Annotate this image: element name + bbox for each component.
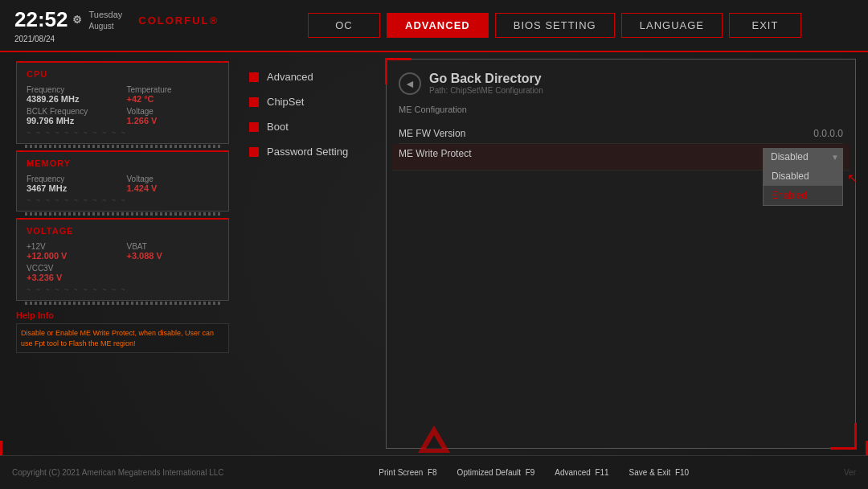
voltage-12v-value: +12.000 V xyxy=(27,251,119,261)
section-title: ME Configuration xyxy=(399,105,843,117)
dropdown-option-enabled[interactable]: Enabled xyxy=(764,186,842,205)
back-arrow-icon: ◄ xyxy=(404,77,416,90)
shortcut-print-screen-label: Print Screen xyxy=(379,468,423,477)
cpu-temperature-label: Temperature xyxy=(127,85,219,94)
shortcut-print-screen-key: F8 xyxy=(428,468,437,477)
menu-item-advanced-label: Advanced xyxy=(267,71,313,83)
advanced-menu-icon xyxy=(249,72,259,82)
config-row-me-write-protect: ME Write Protect Disabled Disabled Enabl… xyxy=(392,144,850,171)
go-back-row: ◄ Go Back Directory Path: ChipSet\ME Con… xyxy=(399,72,843,95)
gear-icon: ⚙ xyxy=(72,14,82,27)
left-panel: CPU Frequency 4389.26 MHz Temperature +4… xyxy=(8,55,237,453)
cpu-temperature-value: +42 °C xyxy=(127,94,219,104)
clock-block: 22:52 ⚙ Tuesday August 2021/08/24 xyxy=(14,6,122,44)
clock-month: August xyxy=(89,21,123,31)
main-content: CPU Frequency 4389.26 MHz Temperature +4… xyxy=(8,55,860,453)
clock-time: 22:52 ⚙ Tuesday August xyxy=(14,6,122,34)
copyright-text: Copyright (C) 2021 American Megatrends I… xyxy=(12,468,223,477)
voltage-12v-label: +12V xyxy=(27,242,119,251)
me-write-protect-label: ME Write Protect xyxy=(399,148,471,159)
cpu-frequency-label: Frequency xyxy=(27,85,119,94)
topbar: 22:52 ⚙ Tuesday August 2021/08/24 COLORF… xyxy=(0,0,868,52)
voltage-card: VOLTAGE +12V +12.000 V VBAT +3.088 V VCC… xyxy=(16,218,229,301)
nav-btn-language[interactable]: LANGUAGE xyxy=(621,13,723,38)
go-back-path: Path: ChipSet\ME Configuration xyxy=(429,86,543,95)
memory-grid: Frequency 3467 MHz Voltage 1.424 V xyxy=(27,175,219,193)
cpu-title: CPU xyxy=(27,69,219,79)
clock-date-value: 2021/08/24 xyxy=(14,35,55,43)
boot-menu-icon xyxy=(249,122,259,132)
me-fw-value: 0.0.0.0 xyxy=(813,128,843,139)
menu-item-boot[interactable]: Boot xyxy=(245,114,374,139)
menu-item-advanced[interactable]: Advanced xyxy=(245,64,374,89)
menu-item-chipset[interactable]: ChipSet xyxy=(245,89,374,114)
bottom-bar: Copyright (C) 2021 American Megatrends I… xyxy=(0,455,868,489)
brand-trademark: ® xyxy=(210,14,219,27)
help-section: Help Info Disable or Enable ME Write Pro… xyxy=(16,310,229,353)
nav-btn-exit[interactable]: EXIT xyxy=(729,13,801,38)
menu-item-chipset-label: ChipSet xyxy=(267,96,304,108)
password-menu-icon xyxy=(249,147,259,157)
cpu-voltage-value: 1.266 V xyxy=(127,116,219,125)
shortcut-optimized-key: F9 xyxy=(526,468,535,477)
nav-btn-advanced[interactable]: ADVANCED xyxy=(387,13,489,38)
me-fw-label: ME FW Version xyxy=(399,128,465,139)
cpu-card-deco: ~ ~ ~ ~ ~ ~ ~ ~ ~ ~ ~ xyxy=(27,129,219,137)
shortcut-optimized-label: Optimized Default xyxy=(457,468,521,477)
chipset-menu-icon xyxy=(249,97,259,107)
nav-buttons: OC ADVANCED BIOS SETTING LANGUAGE EXIT xyxy=(241,13,868,38)
logo-section: 22:52 ⚙ Tuesday August 2021/08/24 COLORF… xyxy=(0,6,241,44)
middle-panel: Advanced ChipSet Boot Password Setting xyxy=(237,55,382,453)
memory-voltage-value: 1.424 V xyxy=(127,183,219,193)
shortcut-save-exit-key: F10 xyxy=(675,468,689,477)
triangle-logo xyxy=(418,425,450,453)
voltage-vbat-value: +3.088 V xyxy=(127,251,219,261)
me-write-protect-dropdown[interactable]: Disabled xyxy=(763,148,843,166)
voltage-title: VOLTAGE xyxy=(27,226,219,236)
cpu-frequency-value: 4389.26 MHz xyxy=(27,94,119,104)
nav-btn-oc[interactable]: OC xyxy=(308,13,380,38)
shortcut-optimized-default: Optimized Default F9 xyxy=(457,468,535,477)
brand-name-text: COLORFUL xyxy=(138,14,209,27)
voltage-vcc3v-label: VCC3V xyxy=(27,264,119,273)
shortcut-print-screen: Print Screen F8 xyxy=(379,468,436,477)
shortcuts: Print Screen F8 Optimized Default F9 Adv… xyxy=(379,468,689,477)
help-text: Disable or Enable ME Write Protect, when… xyxy=(16,323,229,353)
clock-date: 2021/08/24 xyxy=(14,34,122,44)
shortcut-advanced: Advanced F11 xyxy=(555,468,608,477)
go-back-title: Go Back Directory xyxy=(429,72,543,86)
memory-frequency-label: Frequency xyxy=(27,175,119,183)
cpu-card: CPU Frequency 4389.26 MHz Temperature +4… xyxy=(16,61,229,144)
memory-title: MEMORY xyxy=(27,158,219,168)
dropdown-option-disabled[interactable]: Disabled xyxy=(764,166,842,186)
menu-item-password-label: Password Setting xyxy=(267,146,348,158)
dropdown-wrapper: Disabled Disabled Enabled ↖ xyxy=(763,148,843,166)
voltage-grid: +12V +12.000 V VBAT +3.088 V VCC3V +3.23… xyxy=(27,242,219,282)
cursor-indicator: ↖ xyxy=(847,171,858,186)
cpu-voltage-label: Voltage xyxy=(127,107,219,116)
help-title: Help Info xyxy=(16,310,229,320)
memory-frequency-value: 3467 MHz xyxy=(27,183,119,193)
nav-btn-bios-setting[interactable]: BIOS SETTING xyxy=(495,13,615,38)
dropdown-container: Disabled Disabled Enabled xyxy=(763,148,843,166)
cpu-grid: Frequency 4389.26 MHz Temperature +42 °C… xyxy=(27,85,219,125)
shortcut-save-exit-label: Save & Exit xyxy=(629,468,671,477)
cpu-bclk-value: 99.796 MHz xyxy=(27,116,119,125)
shortcut-advanced-key: F11 xyxy=(595,468,608,477)
voltage-vcc3v-value: +3.236 V xyxy=(27,273,119,282)
back-arrow-btn[interactable]: ◄ xyxy=(399,72,421,95)
menu-item-boot-label: Boot xyxy=(267,121,289,133)
clock-time-value: 22:52 xyxy=(14,6,68,34)
version-label: Ver xyxy=(844,468,856,477)
cpu-bclk-label: BCLK Frequency xyxy=(27,107,119,116)
memory-card-deco: ~ ~ ~ ~ ~ ~ ~ ~ ~ ~ ~ xyxy=(27,196,219,204)
shortcut-advanced-label: Advanced xyxy=(555,468,590,477)
voltage-card-deco: ~ ~ ~ ~ ~ ~ ~ ~ ~ ~ ~ xyxy=(27,286,219,294)
voltage-vbat-label: VBAT xyxy=(127,242,219,251)
memory-card: MEMORY Frequency 3467 MHz Voltage 1.424 … xyxy=(16,150,229,212)
clock-day: Tuesday xyxy=(89,9,123,20)
right-panel: ◄ Go Back Directory Path: ChipSet\ME Con… xyxy=(386,59,856,449)
shortcut-save-exit: Save & Exit F10 xyxy=(629,468,690,477)
menu-item-password[interactable]: Password Setting xyxy=(245,139,374,164)
memory-voltage-label: Voltage xyxy=(127,175,219,183)
